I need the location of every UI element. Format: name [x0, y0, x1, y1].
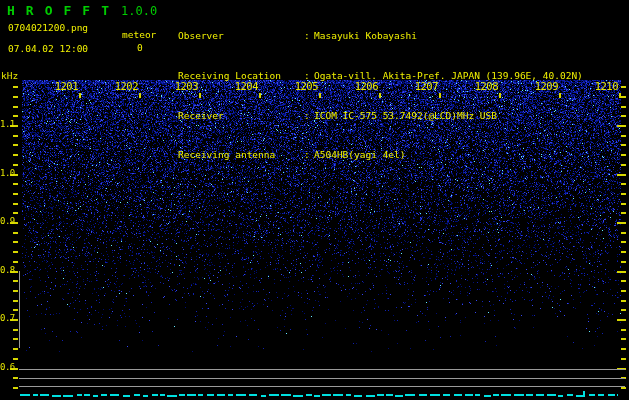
mode-label: meteor [122, 29, 156, 41]
freq-tick-label: 1.1 [0, 120, 13, 129]
app-version: 1.0.0 [121, 4, 157, 18]
freq-tick-label: 1.0 [0, 169, 13, 178]
info-separator: : [304, 148, 314, 161]
info-separator: : [304, 109, 314, 122]
info-value: Masayuki Kobayashi [314, 29, 417, 42]
freq-tick-label: 0.8 [0, 266, 13, 275]
info-label: Receiving antenna [178, 148, 304, 161]
info-row-antenna: Receiving antenna:A504HB(yagi 4el) [178, 148, 583, 161]
time-tick-label: 1202 [105, 81, 138, 92]
time-tick-label: 1201 [45, 81, 78, 92]
time-tick-label: 1203 [165, 81, 198, 92]
app-title: HROFFT [7, 3, 120, 18]
info-label: Receiver [178, 109, 304, 122]
time-tick-label: 1206 [345, 81, 378, 92]
time-tick-label: 1210 [585, 81, 618, 92]
freq-tick-label: 0.9 [0, 217, 13, 226]
time-tick-label: 1209 [525, 81, 558, 92]
time-tick-label: 1205 [285, 81, 318, 92]
observation-datetime: 07.04.02 12:00 [8, 43, 88, 55]
station-info: Observer:Masayuki Kobayashi Receiving Lo… [178, 3, 583, 188]
info-row-observer: Observer:Masayuki Kobayashi [178, 29, 583, 42]
info-value: A504HB(yagi 4el) [314, 148, 406, 161]
time-tick-label: 1207 [405, 81, 438, 92]
freq-axis-unit: kHz [1, 70, 18, 81]
freq-tick-label: 0.7 [0, 314, 13, 323]
time-tick-label: 1208 [465, 81, 498, 92]
hrofft-output-screen: HROFFT 1.0.0 0704021200.png meteor 07.04… [0, 0, 629, 400]
info-row-receiver: Receiver:ICOM IC-575 53.7492(@LCD)MHz US… [178, 109, 583, 122]
info-label: Observer [178, 29, 304, 42]
time-tick-label: 1204 [225, 81, 258, 92]
info-value: ICOM IC-575 53.7492(@LCD)MHz USB [314, 109, 497, 122]
meteor-count: 0 [137, 42, 143, 54]
freq-tick-label: 0.6 [0, 363, 13, 372]
info-separator: : [304, 29, 314, 42]
output-filename: 0704021200.png [8, 22, 88, 34]
